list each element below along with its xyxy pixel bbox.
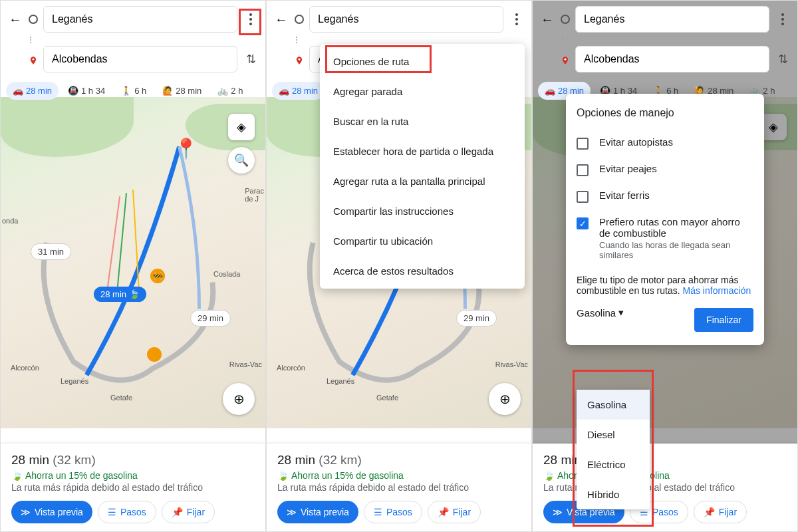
- screenshot-2: ← Leganés A 🚗 28 min 29 min Alcorcón Leg…: [266, 0, 532, 532]
- route-description: La ruta más rápida debido al estado del …: [11, 482, 255, 493]
- screenshot-1: ← Leganés Alcobendas ⇅ 🚗 28 min 🚇 1 h 34…: [0, 0, 266, 532]
- alt-route-badge-2[interactable]: 29 min: [456, 310, 497, 327]
- overflow-menu-button[interactable]: [243, 13, 259, 25]
- menu-share-loc[interactable]: Compartir tu ubicación: [320, 226, 525, 256]
- city-label: Leganés: [327, 377, 354, 385]
- preview-button[interactable]: ≫ Vista previa: [11, 501, 92, 523]
- driving-options-modal: Opciones de manejo Evitar autopistas Evi…: [566, 94, 764, 345]
- preview-button[interactable]: ≫ Vista previa: [277, 501, 358, 523]
- city-label: Getafe: [110, 394, 132, 402]
- mode-car[interactable]: 🚗 28 min: [272, 82, 325, 100]
- menu-search-route[interactable]: Buscar en la ruta: [320, 106, 525, 136]
- back-icon[interactable]: ←: [7, 12, 23, 27]
- checkbox-icon[interactable]: [577, 191, 589, 203]
- mode-car[interactable]: 🚗 28 min: [6, 82, 59, 100]
- city-label: Rivas-Vac: [229, 360, 262, 368]
- map-canvas[interactable]: 📍 28 min 🍃 31 min 29 min Coslada Alcorcó…: [1, 97, 265, 428]
- city-label: Leganés: [61, 377, 88, 385]
- fuel-savings-label: 🍃 Ahorra un 15% de gasolina: [277, 470, 521, 481]
- layers-button[interactable]: ◈: [760, 114, 787, 140]
- screenshot-3: ← Leganés Alcobendas ⇅ 🚗 28 min 🚇 1 h 34…: [532, 0, 798, 532]
- destination-input[interactable]: Alcobendas: [43, 46, 237, 72]
- route-time: 28 min (32 km): [11, 453, 255, 467]
- city-label: Rivas-Vac: [495, 360, 528, 368]
- map-search-button[interactable]: 🔍: [228, 147, 255, 174]
- engine-option-diesel[interactable]: Diesel: [577, 420, 650, 450]
- svg-point-1: [299, 59, 301, 61]
- main-route-badge[interactable]: 28 min 🍃: [94, 287, 146, 302]
- pin-button[interactable]: 📌 Fijar: [428, 501, 481, 523]
- menu-set-time[interactable]: Establecer hora de partida o llegada: [320, 136, 525, 166]
- mode-walk[interactable]: 🚶 6 h: [114, 82, 153, 100]
- mode-transit[interactable]: 🚇 1 h 34: [61, 82, 112, 100]
- alt-route-badge-2[interactable]: 29 min: [190, 310, 231, 327]
- overflow-menu-button[interactable]: [509, 13, 525, 25]
- engine-option-electrico[interactable]: Eléctrico: [577, 450, 650, 479]
- steps-button[interactable]: ☰ Pasos: [98, 501, 156, 523]
- back-icon[interactable]: ←: [273, 12, 289, 27]
- travel-mode-chips: 🚗 28 min 🚇 1 h 34 🚶 6 h 🙋 28 min 🚲 2 h: [1, 79, 265, 105]
- origin-dot-icon: [295, 15, 304, 24]
- checkbox-icon[interactable]: [577, 164, 589, 176]
- city-label: onda: [2, 217, 18, 225]
- overflow-menu: Opciones de ruta Agregar parada Buscar e…: [320, 44, 525, 289]
- svg-point-0: [33, 59, 35, 61]
- city-label: Parac de J: [245, 187, 264, 203]
- overflow-menu-button[interactable]: [775, 13, 791, 25]
- mode-bike[interactable]: 🚲 2 h: [211, 82, 249, 100]
- swap-icon[interactable]: ⇅: [243, 52, 259, 66]
- engine-help-text: Elige tu tipo de motor para ahorrar más …: [577, 275, 753, 296]
- origin-dot-icon: [561, 15, 570, 24]
- roadwork-icon: 🚧: [150, 269, 165, 283]
- menu-share-dirs[interactable]: Compartir las instrucciones: [320, 196, 525, 226]
- origin-input[interactable]: Leganés: [575, 6, 769, 33]
- route-time: 28 min (32 km): [277, 453, 521, 467]
- menu-add-stop[interactable]: Agregar parada: [320, 76, 525, 106]
- pin-button[interactable]: 📌 Fijar: [162, 501, 215, 523]
- menu-route-options[interactable]: Opciones de ruta: [320, 47, 525, 76]
- mode-rideshare[interactable]: 🙋 28 min: [156, 82, 208, 100]
- fuel-savings-label: 🍃 Ahorra un 15% de gasolina: [11, 470, 255, 481]
- my-location-button[interactable]: ⊕: [489, 383, 521, 415]
- engine-option-gasolina[interactable]: Gasolina: [577, 390, 650, 420]
- svg-point-2: [565, 59, 567, 61]
- avoid-ferries-row[interactable]: Evitar ferris: [577, 183, 753, 209]
- checkbox-icon[interactable]: [577, 138, 589, 150]
- city-label: Coslada: [213, 270, 240, 278]
- avoid-highways-row[interactable]: Evitar autopistas: [577, 130, 753, 156]
- destination-pin-icon: [561, 55, 570, 64]
- city-label: Alcorcón: [11, 364, 39, 372]
- steps-button[interactable]: ☰ Pasos: [364, 501, 422, 523]
- destination-input[interactable]: Alcobendas: [575, 46, 769, 72]
- pin-button[interactable]: 📌 Fijar: [694, 501, 747, 523]
- modal-title: Opciones de manejo: [577, 107, 753, 119]
- more-info-link[interactable]: Más información: [683, 285, 751, 296]
- origin-input[interactable]: Leganés: [309, 6, 503, 33]
- route-summary-sheet: 28 min (32 km) 🍃 Ahorra un 15% de gasoli…: [1, 444, 265, 531]
- destination-marker-icon: 📍: [174, 137, 198, 160]
- destination-pin-icon: [295, 55, 304, 64]
- checkbox-checked-icon[interactable]: ✓: [577, 217, 589, 229]
- swap-icon[interactable]: ⇅: [775, 52, 791, 66]
- engine-dropdown-list: Gasolina Diesel Eléctrico Híbrido: [577, 390, 650, 509]
- back-icon[interactable]: ←: [539, 12, 555, 27]
- menu-add-home[interactable]: Agregar ruta a la pantalla principal: [320, 166, 525, 196]
- avoid-tolls-row[interactable]: Evitar peajes: [577, 156, 753, 183]
- fuel-efficient-row[interactable]: ✓ Prefiero rutas con mayor ahorro de com…: [577, 209, 753, 267]
- menu-about[interactable]: Acerca de estos resultados: [320, 256, 525, 286]
- alt-route-badge-1[interactable]: 31 min: [31, 243, 71, 260]
- engine-option-hibrido[interactable]: Híbrido: [577, 479, 650, 509]
- route-description: La ruta más rápida debido al estado del …: [277, 482, 521, 493]
- finalize-button[interactable]: Finalizar: [694, 308, 753, 332]
- city-label: Getafe: [376, 394, 398, 402]
- origin-input[interactable]: Leganés: [43, 6, 237, 33]
- city-label: Alcorcón: [277, 364, 305, 372]
- destination-pin-icon: [29, 55, 38, 64]
- origin-dot-icon: [29, 15, 38, 24]
- incident-icon: [147, 347, 162, 362]
- engine-dropdown[interactable]: Gasolina ▾: [577, 303, 624, 323]
- layers-button[interactable]: ◈: [228, 114, 255, 140]
- my-location-button[interactable]: ⊕: [223, 383, 255, 415]
